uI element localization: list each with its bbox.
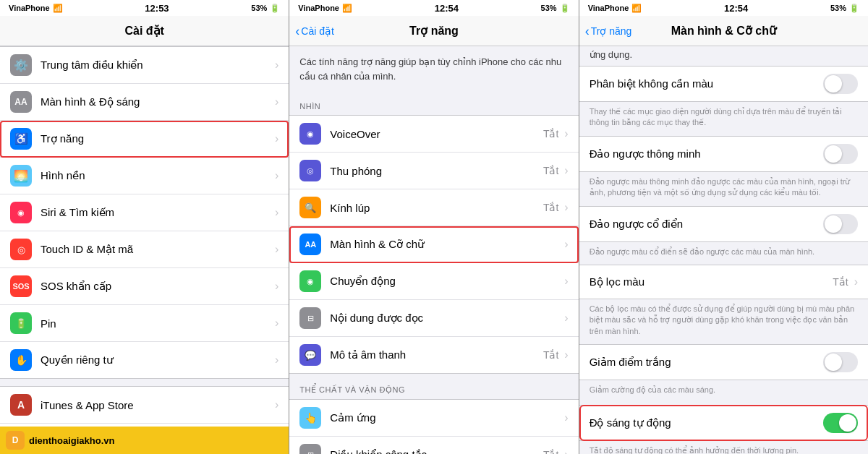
kinh-lup-icon: 🔍 bbox=[299, 197, 321, 218]
item-itunes[interactable]: A iTunes & App Store › bbox=[0, 387, 289, 424]
item-pin[interactable]: 🔋 Pin › bbox=[0, 305, 289, 342]
kinh-lup-chevron: › bbox=[564, 201, 568, 214]
dao-nguoc-co-dien-label: Đảo ngược cổ điển bbox=[590, 218, 823, 231]
item-dao-nguoc-thong-minh[interactable]: Đảo ngược thông minh bbox=[579, 137, 868, 171]
item-voiceover[interactable]: ◉ VoiceOver Tắt › bbox=[289, 116, 578, 153]
item-giam-diem-trang[interactable]: Giảm điểm trắng bbox=[579, 345, 868, 380]
group-dao-nguoc-thong-minh: Đảo ngược thông minh bbox=[579, 136, 868, 172]
section-nhin: NHÌN bbox=[289, 92, 578, 115]
item-man-hinh-sang[interactable]: AA Màn hình & Độ sáng › bbox=[0, 84, 289, 121]
man-hinh-chu-icon: AA bbox=[299, 234, 321, 255]
quyen-chevron: › bbox=[275, 354, 278, 367]
mo-ta-icon: 💬 bbox=[299, 344, 321, 366]
dieu-khien-label: Điều khiển công tắc bbox=[330, 448, 543, 454]
dao-nguoc-co-dien-toggle[interactable] bbox=[823, 214, 858, 234]
chuyen-dong-icon: ◉ bbox=[299, 270, 321, 292]
siri-chevron: › bbox=[275, 206, 278, 219]
battery-pct-1: 53% bbox=[251, 4, 267, 12]
dao-nguoc-thong-minh-desc: Đảo ngược màu thông minh đảo ngược các m… bbox=[579, 174, 868, 206]
item-quyen[interactable]: ✋ Quyền riêng tư › bbox=[0, 342, 289, 378]
battery-pct-3: 53% bbox=[830, 4, 846, 12]
dao-nguoc-thong-minh-toggle[interactable] bbox=[823, 144, 858, 164]
wifi-icon-2: 📶 bbox=[342, 4, 352, 13]
time-3: 12:54 bbox=[724, 3, 748, 14]
item-noi-dung[interactable]: ⊟ Nội dung được đọc › bbox=[289, 300, 578, 337]
battery-icon-3: 🔋 bbox=[849, 4, 859, 13]
hinh-nen-label: Hình nền bbox=[41, 169, 272, 182]
item-mo-ta[interactable]: 💬 Mô tả âm thanh Tắt › bbox=[289, 337, 578, 373]
bo-loc-mau-value: Tắt bbox=[833, 276, 848, 288]
kinh-lup-label: Kính lúp bbox=[330, 202, 543, 214]
tro-nang-label: Trợ năng bbox=[41, 132, 272, 145]
item-touch-id[interactable]: ◎ Touch ID & Mật mã › bbox=[0, 231, 289, 268]
touch-id-icon: ◎ bbox=[10, 239, 32, 260]
chuyen-dong-label: Chuyển động bbox=[330, 275, 561, 288]
do-sang-desc: Tắt độ sáng tự động có thể ảnh hưởng đến… bbox=[579, 442, 868, 454]
phan-biet-mau-toggle[interactable] bbox=[823, 74, 858, 94]
itunes-label: iTunes & App Store bbox=[41, 399, 272, 411]
intro-text-2: Các tính năng trợ năng giúp bạn tùy chỉn… bbox=[289, 46, 578, 92]
quyen-icon: ✋ bbox=[10, 349, 32, 371]
item-thu-phong[interactable]: ◎ Thu phóng Tắt › bbox=[289, 153, 578, 189]
group-giam-diem-trang: Giảm điểm trắng bbox=[579, 344, 868, 380]
status-right-2: 53% 🔋 bbox=[541, 4, 570, 13]
item-trung-tam[interactable]: ⚙️ Trung tâm điều khiển › bbox=[0, 47, 289, 84]
item-man-hinh-chu[interactable]: AA Màn hình & Cỡ chữ › bbox=[289, 226, 578, 263]
item-phan-biet-mau[interactable]: Phân biệt không cần màu bbox=[579, 67, 868, 101]
do-sang-tu-dong-label: Độ sáng tự động bbox=[590, 416, 823, 429]
dieu-khien-value: Tắt bbox=[543, 449, 558, 454]
pin-label: Pin bbox=[41, 317, 272, 330]
giam-diem-trang-toggle[interactable] bbox=[823, 352, 858, 372]
back-btn-2[interactable]: ‹ Cài đặt bbox=[295, 25, 334, 38]
status-left-2: VinaPhone 📶 bbox=[298, 4, 352, 13]
phan-biet-mau-label: Phân biệt không cần màu bbox=[590, 77, 823, 90]
carrier-3: VinaPhone bbox=[588, 4, 629, 12]
thu-phong-value: Tắt bbox=[543, 165, 558, 176]
mo-ta-label: Mô tả âm thanh bbox=[330, 348, 543, 361]
item-chuyen-dong[interactable]: ◉ Chuyển động › bbox=[289, 263, 578, 300]
intro-3: ứng dụng. bbox=[579, 46, 868, 66]
time-1: 12:53 bbox=[145, 3, 169, 14]
item-bo-loc-mau[interactable]: Bộ lọc màu Tắt › bbox=[579, 265, 868, 299]
quyen-label: Quyền riêng tư bbox=[41, 354, 272, 367]
voiceover-chevron: › bbox=[564, 127, 568, 140]
hinh-nen-icon: 🌅 bbox=[10, 165, 32, 187]
thu-phong-icon: ◎ bbox=[299, 160, 321, 181]
sos-label: SOS khẩn cấp bbox=[41, 280, 272, 293]
itunes-icon: A bbox=[10, 394, 32, 416]
item-dao-nguoc-co-dien[interactable]: Đảo ngược cổ điển bbox=[579, 207, 868, 241]
trung-tam-chevron: › bbox=[275, 59, 278, 72]
item-do-sang-tu-dong[interactable]: Độ sáng tự động bbox=[579, 406, 868, 440]
item-siri[interactable]: ◉ Siri & Tìm kiếm › bbox=[0, 194, 289, 231]
do-sang-tu-dong-toggle[interactable] bbox=[823, 413, 858, 433]
back-chevron-3: ‹ bbox=[585, 25, 590, 38]
group-dao-nguoc-co-dien: Đảo ngược cổ điển bbox=[579, 206, 868, 242]
nav-title-1: Cài đặt bbox=[124, 24, 163, 38]
battery-pct-2: 53% bbox=[541, 4, 557, 12]
hinh-nen-chevron: › bbox=[275, 169, 278, 182]
item-dieu-khien[interactable]: ⊞ Điều khiển công tắc Tắt › bbox=[289, 437, 578, 454]
man-hinh-chu-wrapper: AA Màn hình & Cỡ chữ › bbox=[289, 226, 578, 263]
mo-ta-chevron: › bbox=[564, 348, 568, 361]
back-chevron-2: ‹ bbox=[295, 25, 299, 38]
back-btn-3[interactable]: ‹ Trợ năng bbox=[585, 25, 632, 38]
item-hinh-nen[interactable]: 🌅 Hình nền › bbox=[0, 158, 289, 194]
group-main: ⚙️ Trung tâm điều khiển › AA Màn hình & … bbox=[0, 46, 289, 379]
item-kinh-lup[interactable]: 🔍 Kính lúp Tắt › bbox=[289, 189, 578, 226]
item-tro-nang[interactable]: ♿ Trợ năng › bbox=[0, 121, 289, 158]
item-sos[interactable]: SOS SOS khẩn cấp › bbox=[0, 268, 289, 305]
tro-nang-chevron: › bbox=[275, 132, 278, 145]
banner-icon: D bbox=[6, 431, 25, 450]
item-cam-ung[interactable]: 👆 Cảm ứng › bbox=[289, 400, 578, 437]
settings-list-3: ứng dụng. Phân biệt không cần màu Thay t… bbox=[579, 46, 868, 454]
status-right-1: 53% 🔋 bbox=[251, 4, 280, 13]
phan-biet-mau-desc: Thay thế các mục giao diện người dùng ch… bbox=[579, 103, 868, 136]
spacer-1 bbox=[0, 380, 289, 386]
bo-loc-mau-chevron: › bbox=[854, 275, 858, 288]
bo-loc-mau-desc: Các bộ lọc màu có thể được sử dụng để gi… bbox=[579, 301, 868, 344]
back-label-2: Cài đặt bbox=[301, 25, 334, 37]
nav-bar-3: ‹ Trợ năng Màn hình & Cỡ chữ bbox=[579, 16, 868, 46]
screen-1: VinaPhone 📶 12:53 53% 🔋 Cài đặt ⚙️ Trung… bbox=[0, 0, 289, 454]
group-screen3: Phân biệt không cần màu bbox=[579, 66, 868, 102]
time-2: 12:54 bbox=[435, 3, 459, 14]
